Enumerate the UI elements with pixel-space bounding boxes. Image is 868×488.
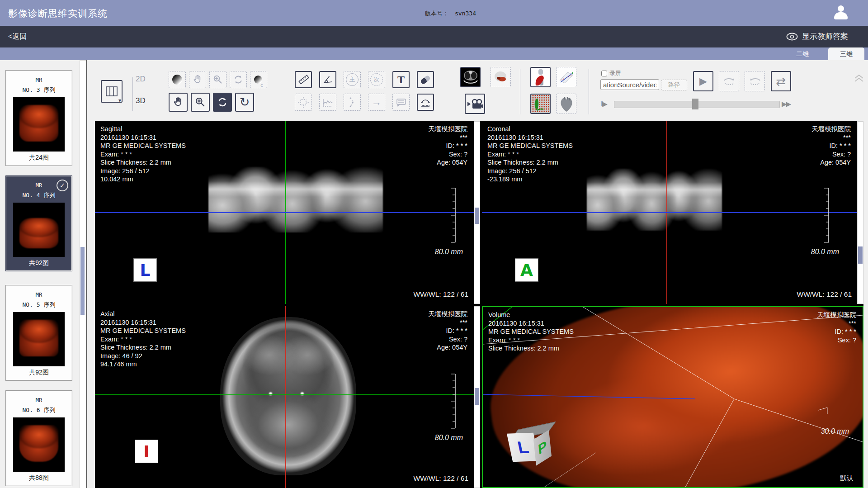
axial-scrollbar-thumb[interactable] (475, 388, 479, 405)
series-card-3[interactable]: MR NO. 3 序列 共24图 (5, 70, 72, 166)
mpr-slab-button[interactable] (556, 67, 576, 87)
axial-mri-image (220, 317, 357, 475)
eye-icon (786, 33, 798, 41)
scale-ruler (448, 187, 458, 243)
show-teacher-answer-label: 显示教师答案 (802, 31, 848, 42)
swap-direction-button[interactable]: ⇄ (771, 71, 791, 91)
sagittal-crosshair-horizontal[interactable] (95, 212, 474, 213)
scale-label: 30.0 mm (821, 427, 849, 436)
series-card-4-selected[interactable]: ✓ MR NO. 4 序列 共92图 (5, 175, 72, 271)
camera-export-icon (467, 98, 483, 110)
series-thumbnail-render (19, 425, 59, 462)
viewport-title: Coronal (487, 125, 573, 133)
sidebar-scrollbar-thumb[interactable] (80, 247, 85, 315)
segmentation-button[interactable] (530, 94, 551, 114)
rotate-loop-ccw-button[interactable] (745, 71, 765, 91)
series-count: 共88图 (6, 474, 72, 482)
zoom-2d-button[interactable] (209, 71, 226, 88)
rotate-loop-cw-button[interactable] (719, 71, 739, 91)
roi-box-button[interactable] (295, 94, 312, 111)
pan-3d-button[interactable] (169, 93, 188, 112)
rotate-sync-icon (233, 74, 244, 85)
video-path-input[interactable] (600, 79, 659, 90)
tab-2d[interactable]: 二维 (787, 47, 818, 60)
scale-ruler (448, 373, 458, 429)
patient-name-masked: *** (811, 133, 851, 142)
viewport-grid: Sagittal 20161130 16:15:31 MR GE MEDICAL… (95, 121, 863, 488)
toolbar: ▾ 2D c 3D (88, 60, 868, 121)
comment-bubble-icon (395, 96, 407, 108)
tab-3d[interactable]: 三维 (828, 47, 864, 60)
coronal-slice-scrollbar[interactable] (857, 121, 863, 304)
sidebar-scrollbar[interactable] (80, 60, 86, 488)
loop-arrow-ccw-icon (748, 76, 762, 87)
viewport-volume-3d[interactable]: Volume 20161130 16:15:31 MR GE MEDICAL S… (482, 306, 863, 488)
skull-render-button[interactable] (491, 67, 511, 87)
axial-crosshair-horizontal[interactable] (95, 394, 474, 395)
knee-render-button[interactable] (530, 67, 551, 87)
series-card-5[interactable]: MR NO. 5 序列 共92图 (5, 285, 72, 381)
cube-right-face: P (533, 430, 552, 466)
render-preset-label[interactable]: 默认 (840, 474, 854, 483)
path-button[interactable]: 路径 (661, 80, 687, 90)
viewport-axial[interactable]: Axial 20161130 16:15:31 MR GE MEDICAL SY… (95, 306, 474, 488)
slice-position: -23.189 mm (487, 175, 573, 184)
patient-name-masked: *** (817, 319, 856, 328)
ct-lung-icon (462, 69, 479, 86)
zoom-3d-button[interactable] (191, 93, 210, 112)
rotate-sync-icon (217, 96, 228, 108)
sagittal-info-left: Sagittal 20161130 16:15:31 MR GE MEDICAL… (100, 125, 186, 184)
window-level-readout: WW/WL: 122 / 61 (414, 290, 468, 298)
export-video-button[interactable] (465, 94, 485, 114)
arrow-annotation-button[interactable]: → (368, 94, 385, 111)
main-sequence-button[interactable]: 主 (344, 71, 361, 88)
user-avatar-icon[interactable] (833, 5, 849, 21)
axial-crosshair-vertical[interactable] (285, 306, 286, 488)
heart-render-button[interactable] (556, 94, 576, 114)
record-screen-checkbox[interactable] (601, 71, 607, 76)
text-annotation-button[interactable]: T (392, 71, 410, 88)
comment-button[interactable] (392, 94, 410, 111)
eraser-button[interactable] (417, 71, 434, 88)
series-thumbnail (13, 312, 65, 366)
rotate-3d-button-active[interactable] (213, 93, 232, 112)
viewport-sagittal[interactable]: Sagittal 20161130 16:15:31 MR GE MEDICAL… (95, 121, 474, 304)
rotate-2d-button[interactable] (230, 71, 247, 88)
speed-slider-track[interactable] (614, 101, 780, 108)
record-screen-option[interactable]: 录屏 (601, 69, 621, 77)
series-card-6[interactable]: MR NO. 6 序列 共88图 (5, 390, 72, 486)
series-thumbnail-render (19, 218, 59, 248)
step-backward-icon[interactable]: ‖▶ (600, 100, 607, 108)
viewport-coronal[interactable]: Coronal 20161130 16:15:31 MR GE MEDICAL … (482, 121, 857, 304)
measure-angle-button[interactable] (319, 71, 336, 88)
ct-lung-view-button[interactable] (460, 67, 481, 87)
curve-measure-button[interactable] (417, 94, 434, 111)
patient-sex: Sex: ? (428, 150, 467, 159)
play-button[interactable]: ▶ (693, 71, 713, 91)
pan-2d-button[interactable] (189, 71, 206, 88)
toolbar-divider (132, 77, 133, 111)
layout-button[interactable]: ▾ (101, 80, 123, 103)
reset-view-button[interactable]: ↻ (235, 93, 254, 112)
sagittal-slice-scrollbar[interactable] (474, 121, 480, 304)
version-value: svn334 (455, 10, 476, 17)
coronal-scrollbar-thumb[interactable] (858, 246, 863, 264)
fast-forward-icon[interactable]: ▶▶ (782, 100, 790, 108)
orientation-cube[interactable]: L P (508, 426, 555, 469)
coronal-crosshair-horizontal[interactable] (482, 212, 857, 213)
spline-curve-button[interactable] (344, 94, 361, 111)
axial-slice-scrollbar[interactable] (474, 306, 480, 488)
toolbar-collapse-button[interactable] (853, 74, 865, 83)
series-name: NO. 3 序列 (6, 86, 72, 94)
secondary-sequence-button[interactable]: 次 (368, 71, 385, 88)
wwwl-2d-button[interactable] (169, 71, 186, 88)
device-name: MR GE MEDICAL SYSTEMS (100, 142, 186, 150)
patient-id: ID: * * * (428, 327, 467, 335)
profile-curve-button[interactable] (319, 94, 336, 111)
wwwl-reset-2d-button[interactable]: c (250, 71, 267, 88)
show-teacher-answer-button[interactable]: 显示教师答案 (786, 31, 848, 42)
sagittal-scrollbar-thumb[interactable] (475, 208, 479, 224)
measure-length-button[interactable] (295, 71, 312, 88)
back-button[interactable]: <返回 (8, 32, 27, 42)
speed-slider-thumb[interactable] (692, 99, 698, 109)
